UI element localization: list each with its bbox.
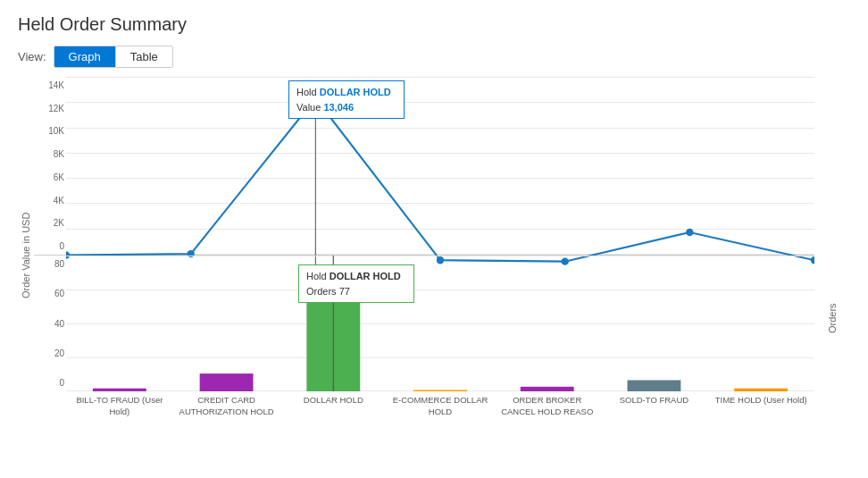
tick-6k: 6K: [34, 172, 64, 182]
view-toggle[interactable]: Graph Table: [54, 46, 173, 68]
line-y-ticks: 0 2K 4K 6K 8K 10K 12K 14K: [34, 77, 66, 255]
bar-chart-area: [66, 256, 814, 391]
chart-area: Order Value in USD 0: [18, 77, 850, 434]
graph-button[interactable]: Graph: [54, 46, 115, 67]
table-button[interactable]: Table: [115, 46, 172, 67]
bar-tick-20: 20: [34, 348, 64, 358]
x-label-0: BILL-TO FRAUD (UserHold): [66, 391, 173, 434]
bars-svg: [66, 256, 814, 391]
y-axis-label-orders: Order Value in USD: [18, 77, 34, 434]
tick-12k: 12K: [34, 104, 64, 113]
view-bar: View: Graph Table: [18, 46, 850, 68]
svg-rect-9: [200, 373, 254, 391]
tick-14k: 14K: [34, 80, 64, 90]
x-label-4: ORDER BROKERCANCEL HOLD REASO: [494, 391, 601, 434]
bar-tick-40: 40: [34, 319, 64, 329]
line-svg: [66, 77, 814, 273]
tick-4k: 4K: [34, 196, 64, 205]
tick-8k: 8K: [34, 149, 64, 159]
x-label-6: TIME HOLD (User Hold): [707, 391, 814, 434]
view-label: View:: [18, 50, 46, 63]
x-label-5: SOLD-TO FRAUD: [601, 391, 708, 434]
x-axis-labels: BILL-TO FRAUD (UserHold) CREDIT CARDAUTH…: [34, 391, 814, 434]
x-label-3: E-COMMERCE DOLLARHOLD: [387, 391, 494, 434]
x-label-1: CREDIT CARDAUTHORIZATION HOLD: [173, 391, 280, 434]
svg-rect-13: [628, 381, 681, 392]
tick-10k: 10K: [34, 126, 64, 136]
orders-y-axis-label: Orders: [814, 247, 850, 390]
bar-tick-60: 60: [34, 289, 64, 298]
line-chart: 0 2K 4K 6K 8K 10K 12K 14K Hold DOLLAR HO…: [34, 77, 814, 256]
svg-point-5: [686, 229, 693, 236]
bar-chart: 0 20 40 60 80 Hold DOLLAR HOLD Orders 77: [34, 256, 814, 391]
bar-tick-80: 80: [34, 259, 64, 269]
tick-0k: 0: [34, 241, 64, 251]
page-title: Held Order Summary: [18, 14, 850, 35]
chart-inner: 0 2K 4K 6K 8K 10K 12K 14K Hold DOLLAR HO…: [34, 77, 814, 434]
x-label-2: DOLLAR HOLD: [280, 391, 387, 434]
bar-y-ticks: 0 20 40 60 80: [34, 256, 66, 391]
bar-tick-0: 0: [34, 378, 64, 388]
tick-2k: 2K: [34, 218, 64, 228]
orders-y-axis-container: Orders: [814, 77, 850, 434]
